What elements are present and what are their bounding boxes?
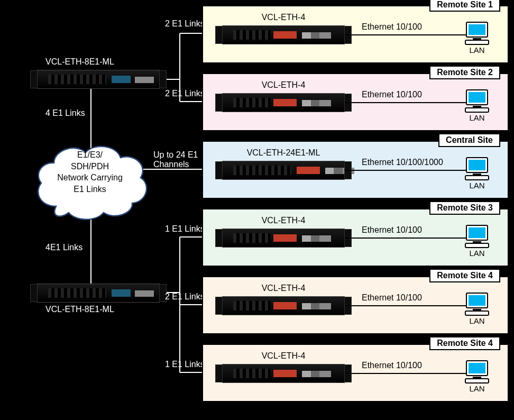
device-icon <box>222 364 345 383</box>
eth-label: Ethernet 10/100 <box>362 225 422 235</box>
cloud-text: E1/E3/ SDH/PDH Network Carrying E1 Links <box>31 149 149 195</box>
site-box-2: Remote Site 2 VCL-ETH-4 Ethernet 10/100 … <box>202 73 509 131</box>
site-title: Remote Site 4 <box>429 269 500 282</box>
device-icon <box>222 161 345 180</box>
device-icon <box>222 25 345 44</box>
pc-icon: LAN <box>461 360 493 393</box>
svg-rect-19 <box>465 108 489 112</box>
svg-rect-25 <box>469 227 485 238</box>
svg-rect-15 <box>465 40 489 44</box>
eth-label: Ethernet 10/100/1000 <box>362 158 443 167</box>
svg-rect-31 <box>465 311 489 315</box>
device-label: VCL-ETH-24E1-ML <box>231 148 336 158</box>
device-label: VCL-ETH-4 <box>231 80 336 90</box>
svg-rect-23 <box>465 176 489 180</box>
device-label: VCL-ETH-4 <box>231 216 336 225</box>
site-title: Remote Site 4 <box>429 336 500 350</box>
device-icon <box>222 229 345 248</box>
site-title: Remote Site 1 <box>429 0 500 12</box>
site-box-4: Remote Site 4 VCL-ETH-4 Ethernet 10/100 … <box>202 276 509 334</box>
device-icon <box>222 93 345 112</box>
eth-line <box>345 238 470 239</box>
site-title: Central Site <box>438 133 500 147</box>
trunk-label-2: 4E1 Links <box>45 243 82 252</box>
eth-line <box>345 102 470 103</box>
lan-label: LAN <box>461 384 493 393</box>
eth-label: Ethernet 10/100 <box>362 361 422 370</box>
svg-rect-13 <box>469 24 485 35</box>
link-label-s5: 2 E1 Links <box>165 292 205 302</box>
left-device-1 <box>37 70 160 89</box>
network-cloud: E1/E3/ SDH/PDH Network Carrying E1 Links <box>31 140 149 223</box>
lan-label: LAN <box>461 113 493 122</box>
site-box-central: Central Site VCL-ETH-24E1-ML Ethernet 10… <box>202 141 509 199</box>
left-device-2-label: VCL-ETH-8E1-ML <box>45 305 114 314</box>
lan-label: LAN <box>461 249 493 258</box>
svg-rect-33 <box>469 363 485 373</box>
eth-line <box>345 305 470 306</box>
trunk-label-1: 4 E1 Links <box>45 108 85 118</box>
link-label-s6: 1 E1 Links <box>165 360 205 369</box>
site-title: Remote Site 3 <box>429 201 500 215</box>
eth-line <box>345 170 470 171</box>
left-device-2 <box>37 284 160 303</box>
svg-rect-27 <box>465 243 489 248</box>
svg-rect-21 <box>469 160 485 170</box>
left-device-1-label: VCL-ETH-8E1-ML <box>45 57 114 67</box>
pc-icon: LAN <box>461 157 493 190</box>
eth-line <box>345 34 470 35</box>
eth-label: Ethernet 10/100 <box>362 293 422 303</box>
svg-rect-29 <box>469 295 485 306</box>
lan-label: LAN <box>461 45 493 54</box>
site-box-3: Remote Site 3 VCL-ETH-4 Ethernet 10/100 … <box>202 208 509 267</box>
svg-rect-17 <box>469 92 485 103</box>
lan-label: LAN <box>461 316 493 325</box>
device-label: VCL-ETH-4 <box>231 13 336 22</box>
pc-icon: LAN <box>461 21 493 54</box>
svg-rect-35 <box>465 379 489 383</box>
site-box-1: Remote Site 1 VCL-ETH-4 Ethernet 10/100 … <box>202 5 509 63</box>
site-title: Remote Site 2 <box>429 66 500 79</box>
central-uplink-label: Up to 24 E1 Channels <box>153 150 198 169</box>
device-label: VCL-ETH-4 <box>231 351 336 361</box>
pc-icon: LAN <box>461 89 493 122</box>
site-box-5: Remote Site 4 VCL-ETH-4 Ethernet 10/100 … <box>202 344 509 402</box>
link-label-s1: 2 E1 Links <box>165 19 205 29</box>
device-icon <box>222 296 345 315</box>
pc-icon: LAN <box>461 224 493 258</box>
eth-line <box>345 373 470 374</box>
link-label-s2: 2 E1 Links <box>165 89 205 98</box>
device-label: VCL-ETH-4 <box>231 284 336 293</box>
eth-label: Ethernet 10/100 <box>362 90 422 99</box>
eth-label: Ethernet 10/100 <box>362 22 422 32</box>
link-label-s4: 1 E1 Links <box>165 224 205 234</box>
pc-icon: LAN <box>461 292 493 325</box>
lan-label: LAN <box>461 181 493 190</box>
